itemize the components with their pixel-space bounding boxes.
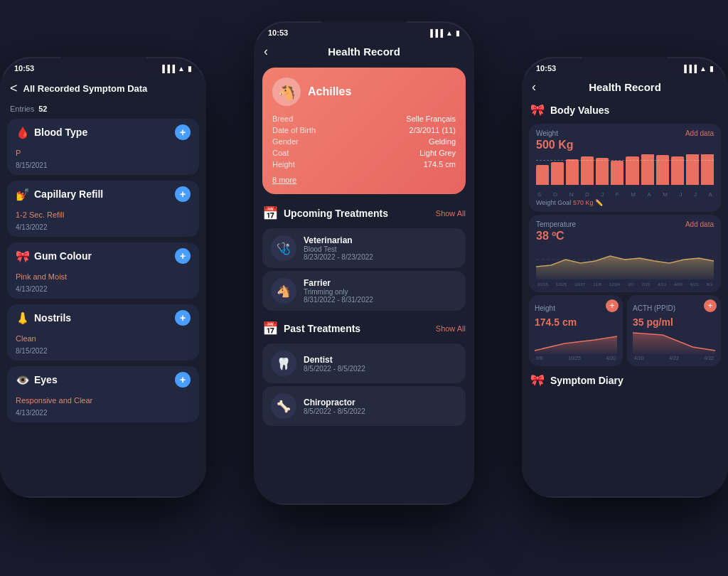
blood-type-title-row: 🩸 Blood Type (16, 126, 87, 139)
temp-card-header: Temperature Add data (536, 220, 714, 228)
weight-add-link[interactable]: Add data (685, 129, 714, 137)
height-mini-value: 174.5 cm (535, 316, 617, 328)
weight-card-header: Weight Add data (536, 129, 714, 137)
right-signal-icon: ▐▐▐ (682, 65, 697, 73)
center-screen: ‹ Health Record 🐴 Achilles Breed Selle F… (254, 40, 474, 503)
temp-label-5: 12/24 (609, 282, 620, 287)
blood-type-add-button[interactable]: + (175, 124, 191, 140)
upcoming-treatments-title-row: 📅 Upcoming Treatments (262, 206, 388, 221)
weight-goal: Weight Goal 570 Kg ✏️ (536, 199, 714, 206)
height-label-2: 10/25 (568, 356, 581, 361)
label-m2: M (663, 191, 668, 198)
chiro-treatment-item[interactable]: 🦴 Chiropractor 8/5/2022 - 8/5/2022 (262, 386, 466, 426)
past-treatments-title: Past Treatments (284, 323, 360, 334)
capillary-refill-icon: 💅 (16, 188, 30, 201)
capillary-refill-add-button[interactable]: + (175, 186, 191, 202)
temp-label-3: 10/27 (574, 282, 585, 287)
nostrils-header: 👃 Nostrils + (7, 304, 199, 331)
vet-treatment-item[interactable]: 🩺 Veterinarian Blood Test 8/23/2022 - 8/… (262, 228, 466, 268)
dentist-treatment-item[interactable]: 🦷 Dentist 8/5/2022 - 8/5/2022 (262, 343, 466, 383)
temp-label-10: 6/21 (690, 282, 699, 287)
left-status-icons: ▐▐▐ ▲ ▮ (160, 65, 192, 73)
body-values-title-row: 🎀 Body Values (522, 99, 728, 121)
horse-coat-value: Light Grey (419, 149, 456, 157)
entries-label: Entries (10, 105, 34, 113)
weight-dashed-line (536, 160, 714, 161)
bar-o (551, 162, 564, 185)
weight-label: Weight (536, 129, 558, 137)
center-phone: 10:53 ▐▐▐ ▲ ▮ ‹ Health Record 🐴 Achilles… (254, 21, 474, 505)
nostrils-add-button[interactable]: + (175, 310, 191, 326)
dentist-icon: 🦷 (271, 351, 296, 376)
label-s: S (537, 191, 541, 198)
dentist-treatment-name: Dentist (304, 355, 365, 365)
temp-label: Temperature (536, 220, 576, 228)
temp-add-link[interactable]: Add data (685, 220, 714, 228)
gum-colour-header: 🎀 Gum Colour + (7, 242, 199, 270)
capillary-refill-section: 💅 Capillary Refill + 1-2 Sec. Refill 4/1… (7, 181, 199, 237)
height-label-3: 4/20 (606, 356, 616, 361)
body-values-label: Body Values (550, 105, 609, 116)
horse-gender-value: Gelding (429, 137, 456, 146)
horse-height-value: 174.5 cm (424, 160, 456, 169)
horse-card[interactable]: 🐴 Achilles Breed Selle Français Date of … (262, 68, 466, 194)
upcoming-show-all[interactable]: Show All (436, 209, 466, 218)
signal-icon: ▐▐▐ (160, 65, 175, 73)
right-back-button[interactable]: ‹ (532, 80, 536, 95)
horse-dob-label: Date of Birth (272, 126, 316, 134)
upcoming-treatments-title: Upcoming Treatments (284, 208, 388, 219)
upcoming-calendar-icon: 📅 (262, 206, 278, 221)
center-wifi-icon: ▲ (446, 29, 453, 37)
nostrils-date: 8/15/2022 (7, 346, 199, 361)
past-show-all[interactable]: Show All (436, 324, 466, 333)
weight-value: 500 Kg (536, 139, 714, 151)
right-status-icons: ▐▐▐ ▲ ▮ (682, 65, 714, 73)
horse-height-row: Height 174.5 cm (272, 159, 456, 170)
center-back-button[interactable]: ‹ (264, 44, 268, 59)
temperature-chart (536, 245, 714, 281)
eyes-date: 4/13/2022 (7, 407, 199, 422)
acth-label-3: 4/22 (704, 356, 714, 361)
blood-type-icon: 🩸 (16, 126, 30, 139)
past-calendar-icon: 📅 (262, 321, 278, 336)
chiro-treatment-name: Chiropractor (304, 398, 365, 407)
horse-dob-row: Date of Birth 2/3/2011 (11) (272, 124, 456, 136)
weight-card: Weight Add data 500 Kg (529, 124, 721, 212)
temp-label-8: 4/13 (658, 282, 666, 287)
horse-gender-row: Gender Gelding (272, 136, 456, 147)
capillary-refill-date: 4/13/2022 (7, 222, 199, 237)
acth-add-button[interactable]: + (704, 299, 717, 312)
right-screen: ‹ Health Record 🎀 Body Values Weight Add… (522, 75, 728, 496)
temp-label-11: 8/3 (707, 282, 712, 287)
height-add-button[interactable]: + (606, 299, 619, 312)
height-mini-chart (535, 329, 617, 354)
left-back-button[interactable]: < (10, 81, 18, 96)
capillary-refill-title: Capillary Refill (34, 188, 103, 200)
symptom-diary-header: 🎀 Symptom Diary (522, 369, 728, 388)
right-nav-title: Health Record (589, 81, 661, 93)
label-n: N (569, 191, 574, 198)
acth-label-1: 4/20 (634, 356, 644, 361)
blood-type-header: 🩸 Blood Type + (7, 119, 199, 146)
left-phone: 10:53 ▐▐▐ ▲ ▮ < All Recorded Symptom Dat… (0, 57, 206, 498)
bar-m (626, 156, 638, 185)
eyes-add-button[interactable]: + (175, 372, 191, 388)
gum-colour-add-button[interactable]: + (175, 248, 191, 264)
farrier-treatment-item[interactable]: 🐴 Farrier Trimming only 8/31/2022 - 8/31… (262, 271, 466, 311)
horse-avatar: 🐴 (272, 78, 301, 106)
weight-bar-chart (536, 154, 714, 186)
temp-label-6: 2/0 (628, 282, 633, 287)
farrier-treatment-date: 8/31/2022 - 8/31/2022 (304, 296, 373, 304)
bar-d (581, 156, 594, 185)
gum-colour-icon: 🎀 (16, 250, 30, 263)
horse-more-link[interactable]: 8 more (272, 176, 456, 184)
height-chart-labels: 9/6 10/25 4/20 (535, 356, 617, 361)
weight-goal-value: 570 Kg (573, 199, 594, 206)
horse-gender-label: Gender (272, 137, 299, 146)
right-notch (582, 57, 668, 77)
eyes-title-row: 👁️ Eyes (16, 373, 58, 387)
eyes-title: Eyes (34, 374, 58, 385)
label-j3: J (694, 191, 697, 198)
eyes-value: Responsive and Clear (7, 393, 199, 407)
center-status-icons: ▐▐▐ ▲ ▮ (428, 29, 460, 37)
